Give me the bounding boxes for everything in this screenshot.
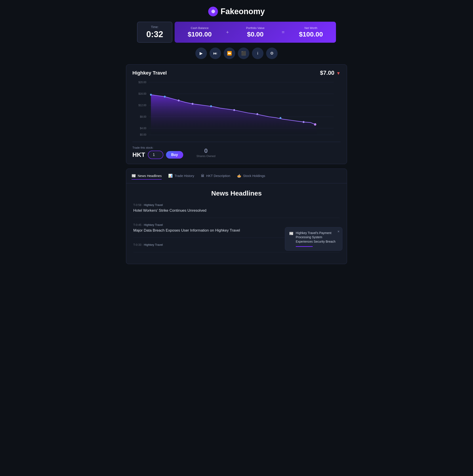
news-section-title: News Headlines [133,189,340,197]
tab-desc-label: HKT Description [206,174,230,178]
news-company-3: Highkey Travel [144,243,163,246]
list-item: T-0:58 · Highkey Travel Hotel Workers' S… [133,203,340,218]
stock-header: Highkey Travel $7.00 ▼ [132,69,341,76]
time-label: Time: [144,25,166,29]
svg-text:$4.00: $4.00 [140,127,146,130]
play-button[interactable]: ▶ [196,48,207,59]
shares-owned-display: 0 Shares Owned [196,147,215,158]
svg-point-18 [256,113,258,115]
stock-price-display: $7.00 ▼ [320,69,341,76]
svg-point-15 [192,103,193,105]
buy-button[interactable]: Buy [166,151,183,159]
holdings-tab-icon: 🥧 [237,174,241,178]
stock-name: Highkey Travel [132,70,167,76]
news-company-2: Highkey Travel [144,223,163,226]
shares-label: Shares Owned [196,154,215,158]
news-meta-2: T-0:45 · Highkey Travel [133,223,340,226]
networth-label: Net Worth [290,26,331,30]
time-display: Time: 0:32 [137,22,172,43]
time-value: 0:32 [144,30,166,39]
ticker-symbol: HKT [132,151,145,158]
news-headline-1: Hotel Workers' Strike Continues Unresolv… [133,208,340,213]
svg-point-14 [178,100,179,102]
desc-tab-icon: 🏛 [201,174,204,178]
cash-value: $100.00 [179,31,220,38]
fast-forward-button[interactable]: ⏩ [224,48,235,59]
svg-point-20 [303,121,304,123]
skip-button[interactable]: ⏭ [210,48,221,59]
portfolio-value-amount: $0.00 [235,31,276,38]
trade-section: Trade this stock: HKT Buy 0 Shares Owned [132,146,341,159]
stats-bar: Time: 0:32 Cash Balance $100.00 + Portfo… [137,22,336,43]
stock-chart: $20.00 $16.00 $12.00 $8.00 $4.00 $0.00 [132,80,341,137]
trade-label: Trade this stock: [132,146,183,149]
tab-trade-label: Trade History [174,174,194,178]
svg-text:$0.00: $0.00 [140,133,146,136]
tabs-container: 📰 News Headlines 📊 Trade History 🏛 HKT D… [126,169,347,183]
shares-count: 0 [196,147,215,154]
news-company-1: Highkey Travel [144,203,163,207]
tab-news-label: News Headlines [138,174,162,178]
playback-controls: ▶ ⏭ ⏩ ⬛ i ⚙ [196,48,277,59]
info-button[interactable]: i [252,48,263,59]
app-logo: ⊕ [208,7,218,16]
networth-value: $100.00 [290,31,331,38]
trade-tab-icon: 📊 [168,174,173,178]
svg-point-13 [164,96,165,98]
svg-text:$20.00: $20.00 [139,81,147,84]
svg-text:$8.00: $8.00 [140,115,146,118]
stock-panel: Highkey Travel $7.00 ▼ $20.00 $16.00 [126,64,347,164]
settings-button[interactable]: ⚙ [266,48,277,59]
toast-progress [296,246,313,247]
tab-trade-history[interactable]: 📊 Trade History [168,172,194,180]
svg-point-17 [233,109,235,111]
svg-text:$12.00: $12.00 [139,104,147,107]
quantity-input[interactable] [148,151,163,159]
app-header: ⊕ Fakeonomy [208,7,265,16]
chart-svg: $20.00 $16.00 $12.00 $8.00 $4.00 $0.00 [132,80,341,137]
svg-point-12 [150,94,152,96]
svg-point-21 [314,123,316,126]
price-direction-icon: ▼ [336,71,341,76]
tab-news[interactable]: 📰 News Headlines [131,172,162,180]
portfolio-label: Portfolio Value [235,26,276,30]
toast-notification: 📰 Highkey Travel's Payment Processing Sy… [285,227,342,251]
svg-point-16 [210,105,212,107]
news-time-2: T-0:45 [133,223,142,226]
toast-content: Highkey Travel's Payment Processing Syst… [296,231,338,247]
news-meta-1: T-0:58 · Highkey Travel [133,203,340,207]
stop-button[interactable]: ⬛ [238,48,249,59]
chart-divider [132,142,341,142]
news-time-1: T-0:58 [133,203,142,207]
app-title: Fakeonomy [221,7,265,16]
net-worth: Net Worth $100.00 [286,23,336,41]
news-tab-icon: 📰 [131,174,136,178]
cash-label: Cash Balance [179,26,220,30]
toast-icon: 📰 [289,231,294,236]
equals-symbol: = [280,29,286,35]
toast-text: Highkey Travel's Payment Processing Syst… [296,231,338,244]
content-panel: News Headlines T-0:58 · Highkey Travel H… [126,183,347,264]
financial-stats: Cash Balance $100.00 + Portfolio Value $… [175,22,336,43]
tab-holdings-label: Stock Holdings [243,174,265,178]
stock-price: $7.00 [320,69,334,76]
toast-close-button[interactable]: × [338,230,340,234]
news-time-3: T-0:33 [133,243,142,246]
plus-symbol: + [225,29,230,35]
tab-holdings[interactable]: 🥧 Stock Holdings [237,172,265,180]
tab-description[interactable]: 🏛 HKT Description [201,172,230,180]
svg-text:$16.00: $16.00 [139,92,147,95]
svg-point-19 [280,117,281,119]
cash-balance: Cash Balance $100.00 [175,23,225,41]
trade-controls-group: Trade this stock: HKT Buy [132,146,183,159]
portfolio-value: Portfolio Value $0.00 [230,23,280,41]
